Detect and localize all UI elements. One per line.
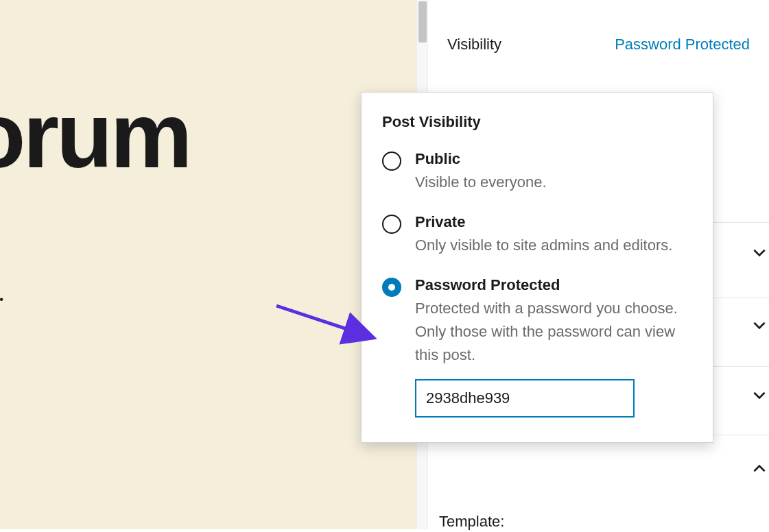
option-desc: Only visible to site admins and editors. <box>415 234 692 257</box>
option-body: Public Visible to everyone. <box>415 150 692 194</box>
visibility-row: Visibility Password Protected <box>428 0 769 77</box>
option-body: Password Protected Protected with a pass… <box>415 276 692 418</box>
radio-private[interactable] <box>382 215 401 234</box>
template-label: Template: <box>439 513 504 531</box>
visibility-option-private[interactable]: Private Only visible to site admins and … <box>382 213 692 257</box>
panel-toggle-3[interactable] <box>735 383 769 407</box>
scrollbar-thumb[interactable] <box>418 1 427 43</box>
option-title: Public <box>415 150 692 168</box>
option-title: Password Protected <box>415 276 692 294</box>
post-password-input[interactable] <box>415 379 635 418</box>
editor-root: nly Forum in the field below. Visibility… <box>0 0 769 532</box>
option-body: Private Only visible to site admins and … <box>415 213 692 257</box>
post-body-text[interactable]: in the field below. <box>0 278 5 307</box>
visibility-label: Visibility <box>447 36 501 53</box>
chevron-down-icon <box>750 316 768 334</box>
visibility-popover: Post Visibility Public Visible to everyo… <box>361 92 713 443</box>
visibility-value-button[interactable]: Password Protected <box>615 36 750 53</box>
radio-password[interactable] <box>382 278 401 297</box>
visibility-option-password[interactable]: Password Protected Protected with a pass… <box>382 276 692 418</box>
panel-toggle-4[interactable] <box>735 457 769 481</box>
radio-public[interactable] <box>382 152 401 171</box>
post-title[interactable]: nly Forum <box>0 82 190 189</box>
editor-canvas[interactable]: nly Forum in the field below. <box>0 0 416 529</box>
chevron-up-icon <box>750 460 768 478</box>
visibility-option-public[interactable]: Public Visible to everyone. <box>382 150 692 194</box>
option-desc: Visible to everyone. <box>415 171 692 194</box>
option-desc: Protected with a password you choose. On… <box>415 297 692 367</box>
chevron-down-icon <box>750 386 768 404</box>
panel-toggle-2[interactable] <box>735 313 769 337</box>
popover-heading: Post Visibility <box>382 113 692 131</box>
panel-toggle-1[interactable] <box>735 240 769 265</box>
option-title: Private <box>415 213 692 231</box>
chevron-down-icon <box>750 243 768 261</box>
